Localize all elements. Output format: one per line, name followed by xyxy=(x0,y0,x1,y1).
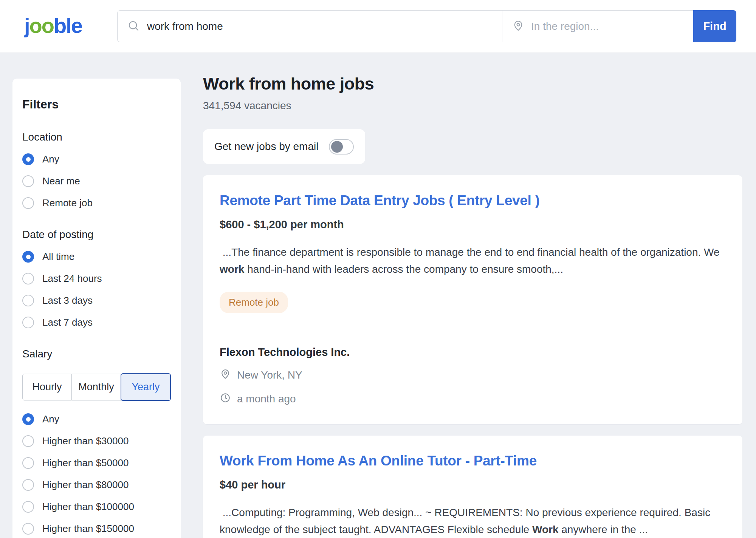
radio-label: Near me xyxy=(42,175,80,187)
radio-icon xyxy=(22,457,34,469)
job-title-link[interactable]: Remote Part Time Data Entry Jobs ( Entry… xyxy=(220,193,726,209)
toggle-knob xyxy=(331,141,343,153)
salary-option-30000[interactable]: Higher than $30000 xyxy=(22,435,170,447)
salary-section-label: Salary xyxy=(22,348,170,360)
salary-option-150000[interactable]: Higher than $150000 xyxy=(22,523,170,535)
find-button[interactable]: Find xyxy=(693,10,736,42)
job-description-highlight: Work xyxy=(532,524,559,535)
radio-selected-icon xyxy=(22,153,34,165)
date-option-last-7-days[interactable]: Last 7 days xyxy=(22,317,170,328)
remote-job-badge: Remote job xyxy=(220,292,288,313)
radio-label: Remote job xyxy=(42,197,93,209)
email-subscribe-toggle[interactable] xyxy=(329,139,354,155)
results-column: Work from home jobs 341,594 vacancies Ge… xyxy=(203,74,742,538)
filters-title: Filters xyxy=(22,97,170,111)
radio-label: Higher than $80000 xyxy=(42,479,129,491)
radio-icon xyxy=(22,295,34,306)
radio-icon xyxy=(22,479,34,491)
salary-option-any[interactable]: Any xyxy=(22,413,170,425)
logo-letters-oo: oo xyxy=(29,13,54,37)
job-salary: $600 - $1,200 per month xyxy=(220,218,726,231)
job-description: ...The finance department is responsible… xyxy=(220,244,726,278)
page-title: Work from home jobs xyxy=(203,74,742,94)
radio-icon xyxy=(22,501,34,513)
radio-icon xyxy=(22,197,34,209)
filters-panel: Filters Location Any Near me Remote job … xyxy=(12,79,181,538)
date-option-last-3-days[interactable]: Last 3 days xyxy=(22,295,170,306)
location-section-label: Location xyxy=(22,131,170,143)
logo-letter-j: j xyxy=(24,13,29,37)
radio-label: All time xyxy=(42,251,74,263)
radio-label: Any xyxy=(42,153,59,165)
radio-label: Higher than $30000 xyxy=(42,435,129,447)
job-posted-row: a month ago xyxy=(220,392,726,406)
radio-selected-icon xyxy=(22,413,34,425)
job-title-link[interactable]: Work From Home As An Online Tutor - Part… xyxy=(220,453,726,469)
radio-label: Higher than $100000 xyxy=(42,501,134,513)
region-search-input[interactable] xyxy=(530,20,686,33)
date-option-all-time[interactable]: All time xyxy=(22,251,170,263)
radio-icon xyxy=(22,317,34,328)
keyword-search-input[interactable] xyxy=(146,20,494,33)
job-description-text: hand-in-hand with leaders across the com… xyxy=(244,263,563,275)
location-pin-icon xyxy=(220,368,231,382)
radio-label: Higher than $150000 xyxy=(42,523,134,535)
radio-label: Last 3 days xyxy=(42,295,93,306)
radio-icon xyxy=(22,435,34,447)
job-description-text: anywhere in the ... xyxy=(558,524,648,535)
job-card-main: Remote Part Time Data Entry Jobs ( Entry… xyxy=(203,175,742,313)
salary-option-50000[interactable]: Higher than $50000 xyxy=(22,457,170,469)
location-pin-icon xyxy=(512,20,524,33)
date-option-last-24-hours[interactable]: Last 24 hours xyxy=(22,273,170,284)
job-posted-time: a month ago xyxy=(237,393,296,405)
job-card: Remote Part Time Data Entry Jobs ( Entry… xyxy=(203,175,742,424)
salary-tab-hourly[interactable]: Hourly xyxy=(22,374,72,400)
job-description: ...Computing: Programming, Web design...… xyxy=(220,504,726,538)
salary-tab-monthly[interactable]: Monthly xyxy=(72,374,121,400)
email-subscribe-label: Get new jobs by email xyxy=(214,141,318,153)
radio-icon xyxy=(22,273,34,284)
radio-label: Last 7 days xyxy=(42,317,93,328)
top-bar: jooble Find xyxy=(0,0,756,53)
search-bar: Find xyxy=(117,10,736,42)
keyword-search-section xyxy=(118,11,502,42)
job-location: New York, NY xyxy=(237,369,302,381)
company-name: Flexon Technologies Inc. xyxy=(220,346,726,359)
salary-option-80000[interactable]: Higher than $80000 xyxy=(22,479,170,491)
radio-label: Any xyxy=(42,413,59,425)
location-option-remote-job[interactable]: Remote job xyxy=(22,197,170,209)
job-card-footer: Flexon Technologies Inc. New York, NY xyxy=(203,330,742,424)
salary-option-100000[interactable]: Higher than $100000 xyxy=(22,501,170,513)
salary-period-tabs: Hourly Monthly Yearly xyxy=(22,374,170,400)
job-salary: $40 per hour xyxy=(220,479,726,491)
jooble-logo[interactable]: jooble xyxy=(24,13,82,37)
search-icon xyxy=(127,20,139,33)
job-description-highlight: work xyxy=(220,263,244,275)
location-option-near-me[interactable]: Near me xyxy=(22,175,170,187)
email-subscribe-pill: Get new jobs by email xyxy=(203,129,365,164)
job-card-main: Work From Home As An Online Tutor - Part… xyxy=(203,436,742,538)
radio-label: Last 24 hours xyxy=(42,273,102,284)
region-search-section xyxy=(502,11,693,42)
clock-icon xyxy=(220,392,231,406)
date-section-label: Date of posting xyxy=(22,229,170,241)
job-location-row: New York, NY xyxy=(220,368,726,382)
salary-tab-yearly[interactable]: Yearly xyxy=(121,373,171,401)
logo-letters-ble: ble xyxy=(54,13,82,37)
vacancies-count: 341,594 vacancies xyxy=(203,100,742,112)
radio-selected-icon xyxy=(22,251,34,263)
job-description-text: ...The finance department is responsible… xyxy=(223,246,720,258)
radio-icon xyxy=(22,175,34,187)
radio-label: Higher than $50000 xyxy=(42,457,129,469)
radio-icon xyxy=(22,523,34,535)
job-card: Work From Home As An Online Tutor - Part… xyxy=(203,436,742,538)
location-option-any[interactable]: Any xyxy=(22,153,170,165)
